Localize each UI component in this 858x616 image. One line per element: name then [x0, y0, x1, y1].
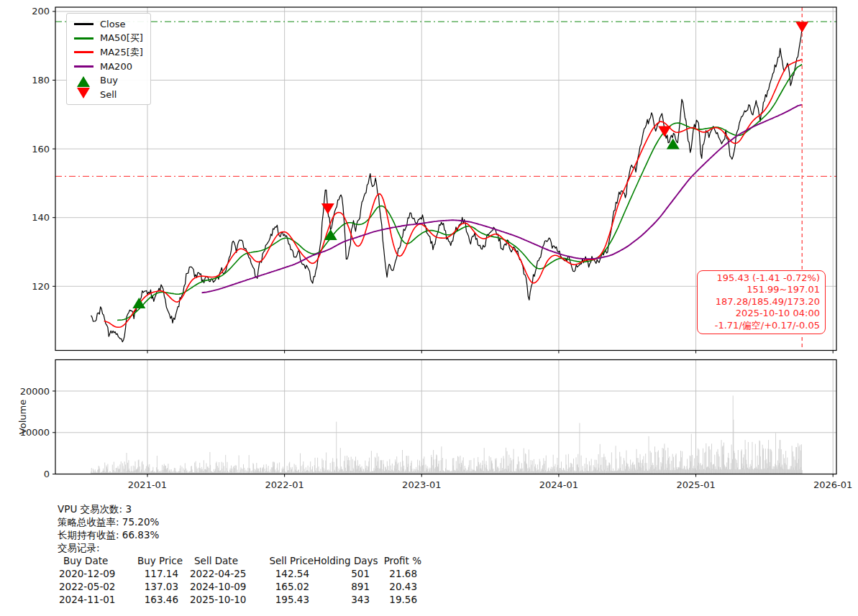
cell-sell-price: 142.54: [259, 567, 309, 580]
col-holding-days: Holding Days: [314, 554, 374, 567]
strategy-stats: VPU 交易次数: 3 策略总收益率: 75.20% 长期持有收益: 66.83…: [58, 502, 421, 606]
cell-buy-date: 2024-11-01: [58, 593, 125, 606]
stat-hold-return: 长期持有收益: 66.83%: [58, 528, 421, 541]
cell-holding-days: 891: [309, 580, 370, 593]
price-tick-label: 160: [32, 144, 50, 155]
cell-buy-date: 2022-05-02: [58, 580, 125, 593]
date-tick-label: 2024-01: [539, 479, 578, 490]
cell-holding-days: 501: [309, 567, 370, 580]
date-tick-label: 2022-01: [265, 479, 304, 490]
cell-holding-days: 343: [309, 593, 370, 606]
volume-bars: [91, 395, 803, 474]
trade-table-header: Buy Date Buy Price Sell Date Sell Price …: [58, 554, 421, 567]
volume-axis-label: Volume: [17, 400, 28, 434]
close-line-swatch: [73, 23, 94, 25]
legend-label: Close: [100, 19, 125, 29]
col-sell-price: Sell Price: [263, 554, 314, 567]
price-tick-label: 180: [32, 75, 50, 86]
legend-label: MA200: [100, 61, 132, 72]
stat-strategy-return: 策略总收益率: 75.20%: [58, 515, 421, 528]
sell-marker: [658, 127, 671, 137]
close-line: [91, 27, 803, 342]
ma200-line-swatch: [73, 65, 94, 68]
legend-label: Buy: [100, 75, 118, 86]
ma200-line: [202, 105, 803, 293]
volume-tick-label: 0: [44, 469, 50, 479]
price-tick-label: 200: [32, 6, 50, 17]
cell-sell-price: 195.43: [259, 593, 309, 606]
col-buy-date: Buy Date: [58, 554, 129, 567]
col-profit-pct: Profit %: [374, 554, 421, 567]
sell-triangle-icon: [73, 90, 94, 98]
cell-profit-pct: 21.68: [370, 567, 417, 580]
legend-item-buy: Buy: [73, 73, 145, 88]
trade-row: 2022-05-02 137.03 2024-10-09 165.02 891 …: [58, 580, 421, 593]
trade-row: 2020-12-09 117.14 2022-04-25 142.54 501 …: [58, 567, 421, 580]
volume-tick-label: 20000: [20, 386, 50, 397]
legend-label: MA50[买]: [100, 32, 143, 45]
cell-profit-pct: 20.43: [370, 580, 417, 593]
col-buy-price: Buy Price: [129, 554, 183, 567]
date-tick-label: 2025-01: [676, 479, 715, 490]
annotation-last-price: 195.43 (-1.41 -0.72%): [703, 272, 820, 284]
date-tick-label: 2023-01: [402, 479, 441, 490]
ma25-line-swatch: [73, 51, 94, 53]
legend-label: MA25[卖]: [100, 46, 143, 59]
cell-buy-price: 117.14: [125, 567, 178, 580]
price-tick-label: 120: [32, 281, 50, 292]
legend-item-sell: Sell: [73, 88, 145, 102]
price-tick-label: 140: [32, 212, 50, 223]
cell-sell-price: 165.02: [259, 580, 309, 593]
legend-item-ma25: MA25[卖]: [73, 45, 145, 60]
cell-buy-price: 137.03: [125, 580, 178, 593]
trade-row: 2024-11-01 163.46 2025-10-10 195.43 343 …: [58, 593, 421, 606]
date-tick-label: 2021-01: [128, 479, 167, 490]
cell-sell-date: 2024-10-09: [190, 580, 259, 593]
stat-trade-count: VPU 交易次数: 3: [58, 502, 421, 515]
date-tick-label: 2026-01: [813, 479, 852, 490]
legend-item-ma200: MA200: [73, 60, 145, 74]
axis-ticks: [53, 12, 833, 477]
stat-trades-title: 交易记录:: [58, 541, 421, 554]
cell-sell-date: 2025-10-10: [190, 593, 259, 606]
col-sell-date: Sell Date: [194, 554, 263, 567]
cell-buy-price: 163.46: [125, 593, 178, 606]
buy-triangle-icon: [73, 76, 94, 85]
annotation-range: 151.99~197.01: [703, 284, 820, 295]
ma50-line-swatch: [73, 37, 94, 40]
legend-item-close: Close: [73, 17, 145, 32]
legend: Close MA50[买] MA25[卖] MA200 Buy Sell: [66, 13, 151, 105]
figure: 120140160180200010000200002021-012022-01…: [0, 0, 858, 616]
cell-buy-date: 2020-12-09: [58, 567, 125, 580]
annotation-ma-values: 187.28/185.49/173.20: [703, 296, 820, 308]
sell-marker: [795, 22, 808, 32]
cell-profit-pct: 19.56: [370, 593, 417, 606]
cell-sell-date: 2022-04-25: [190, 567, 259, 580]
grid: [55, 7, 836, 474]
price-info-annotation: 195.43 (-1.41 -0.72%) 151.99~197.01 187.…: [697, 270, 826, 334]
legend-item-ma50: MA50[买]: [73, 32, 145, 46]
annotation-timestamp: 2025-10-10 04:00: [703, 308, 820, 319]
legend-label: Sell: [100, 89, 117, 100]
annotation-signal: -1.71/偏空/+0.17/-0.05: [703, 320, 820, 331]
